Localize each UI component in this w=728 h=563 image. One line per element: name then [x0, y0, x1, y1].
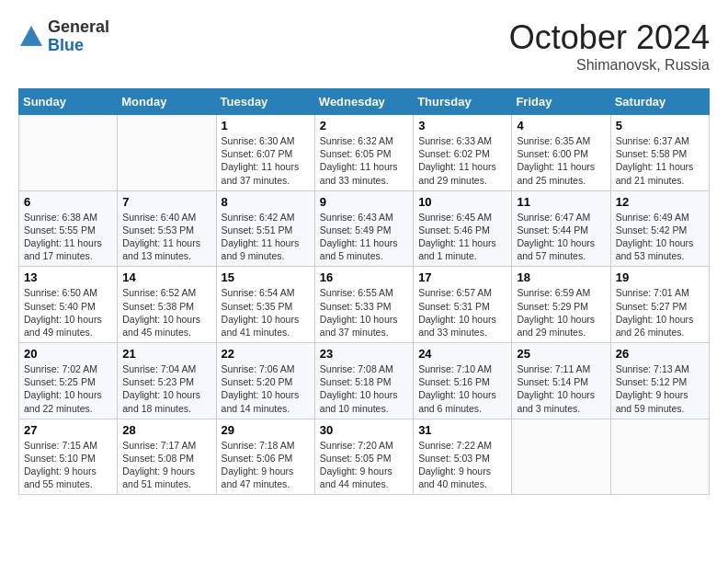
day-info: Sunrise: 6:37 AMSunset: 5:58 PMDaylight:…: [616, 134, 704, 187]
calendar-day-cell: 16Sunrise: 6:55 AMSunset: 5:33 PMDayligh…: [314, 267, 413, 343]
day-info: Sunrise: 6:54 AMSunset: 5:35 PMDaylight:…: [222, 286, 310, 339]
day-info: Sunrise: 7:10 AMSunset: 5:16 PMDaylight:…: [418, 362, 506, 415]
calendar-day-cell: 26Sunrise: 7:13 AMSunset: 5:12 PMDayligh…: [610, 343, 709, 419]
logo-icon: [18, 24, 44, 50]
day-number: 8: [222, 195, 310, 209]
day-info: Sunrise: 7:06 AMSunset: 5:20 PMDaylight:…: [222, 362, 310, 415]
calendar-day-cell: 29Sunrise: 7:18 AMSunset: 5:06 PMDayligh…: [216, 419, 314, 495]
day-info: Sunrise: 6:35 AMSunset: 6:00 PMDaylight:…: [517, 134, 605, 187]
calendar-day-cell: 2Sunrise: 6:32 AMSunset: 6:05 PMDaylight…: [314, 115, 413, 191]
svg-marker-1: [22, 29, 40, 44]
weekday-header-cell: Wednesday: [314, 89, 413, 115]
logo: General Blue: [18, 18, 109, 55]
day-number: 21: [122, 347, 210, 361]
day-number: 5: [616, 119, 704, 132]
day-number: 31: [418, 423, 506, 437]
day-number: 28: [122, 423, 210, 437]
day-number: 25: [517, 347, 605, 361]
calendar-day-cell: 23Sunrise: 7:08 AMSunset: 5:18 PMDayligh…: [314, 343, 413, 419]
day-number: 18: [517, 270, 605, 284]
weekday-header-cell: Thursday: [414, 89, 512, 115]
day-number: 10: [418, 195, 506, 209]
day-info: Sunrise: 7:18 AMSunset: 5:06 PMDaylight:…: [222, 439, 310, 491]
page-header: General Blue October 2024 Shimanovsk, Ru…: [18, 18, 710, 74]
calendar-day-cell: 17Sunrise: 6:57 AMSunset: 5:31 PMDayligh…: [414, 267, 512, 343]
title-block: October 2024 Shimanovsk, Russia: [509, 18, 710, 74]
calendar-day-cell: 28Sunrise: 7:17 AMSunset: 5:08 PMDayligh…: [118, 419, 216, 495]
calendar-day-cell: 24Sunrise: 7:10 AMSunset: 5:16 PMDayligh…: [414, 343, 512, 419]
day-number: 7: [122, 195, 210, 209]
day-info: Sunrise: 6:45 AMSunset: 5:46 PMDaylight:…: [418, 211, 506, 263]
day-number: 12: [616, 195, 704, 209]
day-number: 30: [320, 423, 408, 437]
calendar-day-cell: 14Sunrise: 6:52 AMSunset: 5:38 PMDayligh…: [118, 267, 216, 343]
day-info: Sunrise: 6:47 AMSunset: 5:44 PMDaylight:…: [517, 211, 605, 263]
calendar-day-cell: 13Sunrise: 6:50 AMSunset: 5:40 PMDayligh…: [19, 267, 118, 343]
calendar-body: 1Sunrise: 6:30 AMSunset: 6:07 PMDaylight…: [19, 115, 710, 495]
calendar-table: SundayMondayTuesdayWednesdayThursdayFrid…: [18, 88, 710, 495]
weekday-header-row: SundayMondayTuesdayWednesdayThursdayFrid…: [19, 89, 710, 115]
day-info: Sunrise: 7:20 AMSunset: 5:05 PMDaylight:…: [320, 439, 408, 491]
calendar-day-cell: 31Sunrise: 7:22 AMSunset: 5:03 PMDayligh…: [414, 419, 512, 495]
calendar-day-cell: [610, 419, 709, 495]
day-number: 23: [320, 347, 408, 361]
day-info: Sunrise: 6:50 AMSunset: 5:40 PMDaylight:…: [24, 286, 112, 339]
day-info: Sunrise: 7:11 AMSunset: 5:14 PMDaylight:…: [517, 362, 605, 415]
calendar-week-row: 1Sunrise: 6:30 AMSunset: 6:07 PMDaylight…: [19, 115, 710, 191]
day-number: 22: [222, 347, 310, 361]
calendar-day-cell: 30Sunrise: 7:20 AMSunset: 5:05 PMDayligh…: [314, 419, 413, 495]
weekday-header-cell: Tuesday: [216, 89, 314, 115]
day-info: Sunrise: 6:49 AMSunset: 5:42 PMDaylight:…: [616, 211, 704, 263]
day-number: 13: [24, 270, 112, 284]
day-info: Sunrise: 6:30 AMSunset: 6:07 PMDaylight:…: [222, 134, 310, 187]
calendar-day-cell: [512, 419, 610, 495]
day-number: 1: [222, 119, 310, 132]
calendar-day-cell: 11Sunrise: 6:47 AMSunset: 5:44 PMDayligh…: [512, 190, 610, 267]
logo-general-text: General: [48, 17, 109, 36]
weekday-header-cell: Monday: [118, 89, 216, 115]
day-info: Sunrise: 6:33 AMSunset: 6:02 PMDaylight:…: [418, 134, 506, 187]
weekday-header-cell: Sunday: [19, 89, 118, 115]
calendar-day-cell: 4Sunrise: 6:35 AMSunset: 6:00 PMDaylight…: [512, 115, 610, 191]
calendar-day-cell: 7Sunrise: 6:40 AMSunset: 5:53 PMDaylight…: [118, 190, 216, 267]
calendar-week-row: 6Sunrise: 6:38 AMSunset: 5:55 PMDaylight…: [19, 190, 710, 267]
calendar-day-cell: 15Sunrise: 6:54 AMSunset: 5:35 PMDayligh…: [216, 267, 314, 343]
month-title: October 2024: [509, 18, 710, 57]
day-number: 17: [418, 270, 506, 284]
calendar-day-cell: 25Sunrise: 7:11 AMSunset: 5:14 PMDayligh…: [512, 343, 610, 419]
day-info: Sunrise: 7:02 AMSunset: 5:25 PMDaylight:…: [24, 362, 112, 415]
day-number: 3: [418, 119, 506, 132]
calendar-day-cell: 8Sunrise: 6:42 AMSunset: 5:51 PMDaylight…: [216, 190, 314, 267]
calendar-day-cell: 1Sunrise: 6:30 AMSunset: 6:07 PMDaylight…: [216, 115, 314, 191]
day-number: 15: [222, 270, 310, 284]
calendar-week-row: 20Sunrise: 7:02 AMSunset: 5:25 PMDayligh…: [19, 343, 710, 419]
day-info: Sunrise: 7:17 AMSunset: 5:08 PMDaylight:…: [122, 439, 210, 491]
day-number: 24: [418, 347, 506, 361]
day-info: Sunrise: 7:22 AMSunset: 5:03 PMDaylight:…: [418, 439, 506, 491]
logo-text: General Blue: [48, 18, 109, 55]
calendar-day-cell: 22Sunrise: 7:06 AMSunset: 5:20 PMDayligh…: [216, 343, 314, 419]
calendar-day-cell: 20Sunrise: 7:02 AMSunset: 5:25 PMDayligh…: [19, 343, 118, 419]
day-info: Sunrise: 6:57 AMSunset: 5:31 PMDaylight:…: [418, 286, 506, 339]
day-number: 26: [616, 347, 704, 361]
day-number: 4: [517, 119, 605, 132]
calendar-day-cell: [19, 115, 118, 191]
day-number: 29: [222, 423, 310, 437]
day-info: Sunrise: 6:38 AMSunset: 5:55 PMDaylight:…: [24, 211, 112, 263]
day-info: Sunrise: 7:08 AMSunset: 5:18 PMDaylight:…: [320, 362, 408, 415]
day-info: Sunrise: 6:55 AMSunset: 5:33 PMDaylight:…: [320, 286, 408, 339]
day-number: 19: [616, 270, 704, 284]
calendar-day-cell: [118, 115, 216, 191]
calendar-week-row: 13Sunrise: 6:50 AMSunset: 5:40 PMDayligh…: [19, 267, 710, 343]
day-info: Sunrise: 6:32 AMSunset: 6:05 PMDaylight:…: [320, 134, 408, 187]
calendar-day-cell: 5Sunrise: 6:37 AMSunset: 5:58 PMDaylight…: [610, 115, 709, 191]
day-info: Sunrise: 7:01 AMSunset: 5:27 PMDaylight:…: [616, 286, 704, 339]
day-info: Sunrise: 6:40 AMSunset: 5:53 PMDaylight:…: [122, 211, 210, 263]
calendar-day-cell: 19Sunrise: 7:01 AMSunset: 5:27 PMDayligh…: [610, 267, 709, 343]
day-info: Sunrise: 6:52 AMSunset: 5:38 PMDaylight:…: [122, 286, 210, 339]
weekday-header-cell: Saturday: [610, 89, 709, 115]
calendar-day-cell: 18Sunrise: 6:59 AMSunset: 5:29 PMDayligh…: [512, 267, 610, 343]
day-number: 27: [24, 423, 112, 437]
day-number: 2: [320, 119, 408, 132]
day-info: Sunrise: 6:59 AMSunset: 5:29 PMDaylight:…: [517, 286, 605, 339]
